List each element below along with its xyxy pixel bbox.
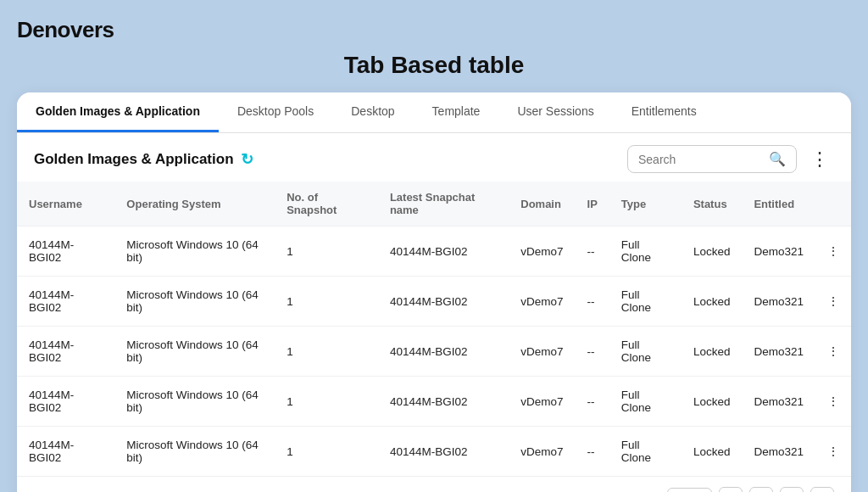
col-header-entitled: Entitled: [742, 182, 815, 226]
cell-username: 40144M-BGI02: [17, 377, 114, 427]
search-input[interactable]: [638, 153, 764, 166]
col-header-snapshots: No. of Snapshot: [275, 182, 378, 226]
cell-status: Locked: [682, 327, 743, 377]
cell-username: 40144M-BGI02: [17, 277, 114, 327]
table-row: 40144M-BGI02Microsoft Windows 10 (64 bit…: [17, 226, 851, 277]
row-menu-button[interactable]: ⋮: [815, 327, 851, 377]
cell-entitled: Demo321: [742, 427, 815, 477]
cell-snapshots: 1: [275, 226, 378, 277]
cell-ip: --: [576, 427, 609, 477]
table-row: 40144M-BGI02Microsoft Windows 10 (64 bit…: [17, 327, 851, 377]
app-header: Denovers: [17, 17, 851, 43]
cell-entitled: Demo321: [742, 226, 815, 277]
more-options-button[interactable]: ⋮: [805, 148, 834, 171]
prev-page-button[interactable]: ‹: [749, 487, 773, 492]
cell-domain: vDemo7: [509, 327, 575, 377]
cell-domain: vDemo7: [509, 277, 575, 327]
col-header-latest_snapchat: Latest Snapchat name: [378, 182, 509, 226]
cell-username: 40144M-BGI02: [17, 327, 114, 377]
per-page-select[interactable]: 10152550: [667, 488, 712, 493]
row-menu-button[interactable]: ⋮: [815, 427, 851, 477]
cell-type: Full Clone: [609, 327, 682, 377]
row-menu-button[interactable]: ⋮: [815, 377, 851, 427]
pagination-right: Items per Page 10152550 ❙‹ ‹ › ›❙: [586, 487, 834, 492]
cell-status: Locked: [682, 377, 743, 427]
cell-snapshots: 1: [275, 377, 378, 427]
cell-snapshots: 1: [275, 327, 378, 377]
table-row: 40144M-BGI02Microsoft Windows 10 (64 bit…: [17, 427, 851, 477]
col-header-username: Username: [17, 182, 114, 226]
section-title-text: Golden Images & Application: [34, 151, 234, 168]
tab-entitlements[interactable]: Entitlements: [613, 92, 715, 132]
cell-entitled: Demo321: [742, 377, 815, 427]
tab-template[interactable]: Template: [414, 92, 499, 132]
cell-username: 40144M-BGI02: [17, 226, 114, 277]
tabs-bar: Golden Images & ApplicationDesktop Pools…: [17, 92, 851, 133]
page-title: Tab Based table: [17, 52, 851, 79]
next-page-button[interactable]: ›: [780, 487, 804, 492]
cell-ip: --: [576, 277, 609, 327]
col-header-os: Operating System: [114, 182, 275, 226]
table-footer: Showing Result of 1 – 4 of 4 Items per P…: [17, 476, 851, 492]
data-table: UsernameOperating SystemNo. of SnapshotL…: [17, 182, 851, 476]
cell-type: Full Clone: [609, 427, 682, 477]
cell-os: Microsoft Windows 10 (64 bit): [114, 277, 275, 327]
last-page-button[interactable]: ›❙: [810, 487, 834, 492]
cell-latest_snapchat: 40144M-BGI02: [378, 327, 509, 377]
cell-domain: vDemo7: [509, 377, 575, 427]
cell-status: Locked: [682, 226, 743, 277]
table-row: 40144M-BGI02Microsoft Windows 10 (64 bit…: [17, 277, 851, 327]
cell-status: Locked: [682, 427, 743, 477]
cell-ip: --: [576, 327, 609, 377]
cell-os: Microsoft Windows 10 (64 bit): [114, 377, 275, 427]
search-icon[interactable]: 🔍: [769, 151, 786, 167]
cell-snapshots: 1: [275, 277, 378, 327]
cell-latest_snapchat: 40144M-BGI02: [378, 427, 509, 477]
cell-os: Microsoft Windows 10 (64 bit): [114, 427, 275, 477]
search-and-menu: 🔍 ⋮: [627, 145, 834, 173]
cell-latest_snapchat: 40144M-BGI02: [378, 377, 509, 427]
table-row: 40144M-BGI02Microsoft Windows 10 (64 bit…: [17, 377, 851, 427]
cell-type: Full Clone: [609, 377, 682, 427]
tab-golden-images[interactable]: Golden Images & Application: [17, 92, 219, 132]
cell-ip: --: [576, 377, 609, 427]
col-header-type: Type: [609, 182, 682, 226]
cell-domain: vDemo7: [509, 427, 575, 477]
cell-snapshots: 1: [275, 427, 378, 477]
col-header-domain: Domain: [509, 182, 575, 226]
cell-entitled: Demo321: [742, 277, 815, 327]
table-header-bar: Golden Images & Application ↻ 🔍 ⋮: [17, 133, 851, 182]
row-menu-button[interactable]: ⋮: [815, 277, 851, 327]
cell-os: Microsoft Windows 10 (64 bit): [114, 226, 275, 277]
table-header-row: UsernameOperating SystemNo. of SnapshotL…: [17, 182, 851, 226]
cell-type: Full Clone: [609, 226, 682, 277]
cell-latest_snapchat: 40144M-BGI02: [378, 226, 509, 277]
app-logo: Denovers: [17, 17, 114, 43]
cell-ip: --: [576, 226, 609, 277]
col-header-actions: [815, 182, 851, 226]
cell-status: Locked: [682, 277, 743, 327]
cell-username: 40144M-BGI02: [17, 427, 114, 477]
tab-desktop-pools[interactable]: Desktop Pools: [219, 92, 332, 132]
cell-os: Microsoft Windows 10 (64 bit): [114, 327, 275, 377]
refresh-icon[interactable]: ↻: [241, 150, 253, 169]
col-header-status: Status: [682, 182, 743, 226]
table-section-title: Golden Images & Application ↻: [34, 150, 253, 169]
main-card: Golden Images & ApplicationDesktop Pools…: [17, 92, 851, 492]
col-header-ip: IP: [576, 182, 609, 226]
first-page-button[interactable]: ❙‹: [719, 487, 743, 492]
search-box: 🔍: [627, 145, 797, 173]
row-menu-button[interactable]: ⋮: [815, 226, 851, 277]
cell-type: Full Clone: [609, 277, 682, 327]
cell-latest_snapchat: 40144M-BGI02: [378, 277, 509, 327]
cell-domain: vDemo7: [509, 226, 575, 277]
tab-desktop[interactable]: Desktop: [332, 92, 413, 132]
cell-entitled: Demo321: [742, 327, 815, 377]
tab-user-sessions[interactable]: User Sessions: [498, 92, 612, 132]
